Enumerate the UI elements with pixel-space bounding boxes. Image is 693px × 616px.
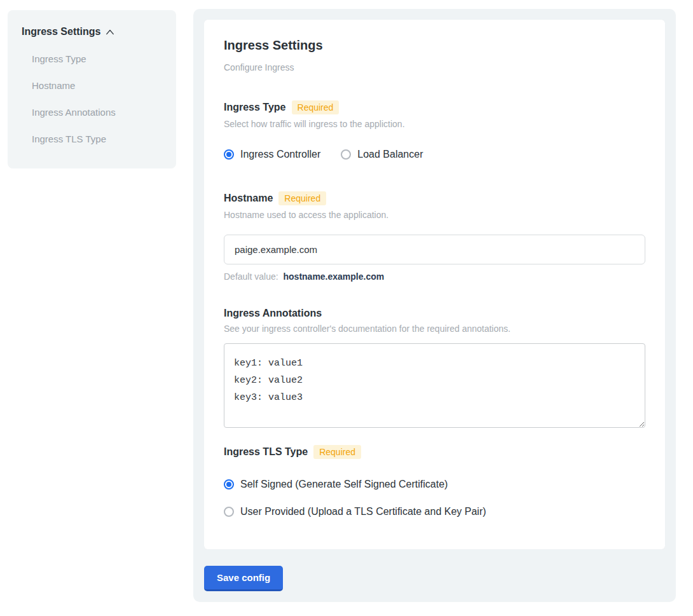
radio-label: Ingress Controller <box>240 149 320 160</box>
page-subtitle: Configure Ingress <box>224 62 645 72</box>
required-badge: Required <box>292 100 340 114</box>
hostname-input[interactable] <box>224 235 645 264</box>
required-badge: Required <box>278 191 326 205</box>
sidebar-item-ingress-annotations[interactable]: Ingress Annotations <box>32 107 162 118</box>
required-badge: Required <box>313 445 361 459</box>
ingress-annotations-textarea[interactable]: key1: value1 key2: value2 key3: value3 <box>224 343 645 428</box>
hostname-description: Hostname used to access the application. <box>224 210 645 220</box>
settings-card: Ingress Settings Configure Ingress Ingre… <box>204 20 665 549</box>
ingress-type-radio-group: Ingress Controller Load Balancer <box>224 149 645 160</box>
radio-option-load-balancer[interactable]: Load Balancer <box>341 149 423 160</box>
ingress-tls-type-label: Ingress TLS Type <box>224 446 308 458</box>
sidebar-group-header[interactable]: Ingress Settings <box>22 26 162 38</box>
save-config-button[interactable]: Save config <box>204 566 283 591</box>
sidebar-item-hostname[interactable]: Hostname <box>32 81 162 91</box>
hostname-label: Hostname <box>224 193 273 204</box>
sidebar: Ingress Settings Ingress Type Hostname I… <box>8 10 176 168</box>
radio-label: User Provided (Upload a TLS Certificate … <box>240 506 486 517</box>
ingress-type-label: Ingress Type <box>224 102 286 113</box>
page-title: Ingress Settings <box>224 38 645 53</box>
field-ingress-tls-type: Ingress TLS Type Required Self Signed (G… <box>224 445 645 517</box>
sidebar-nav: Ingress Type Hostname Ingress Annotation… <box>32 54 162 144</box>
radio-option-self-signed[interactable]: Self Signed (Generate Self Signed Certif… <box>224 479 645 490</box>
field-ingress-type: Ingress Type Required Select how traffic… <box>224 100 645 160</box>
sidebar-group-title: Ingress Settings <box>22 26 100 38</box>
chevron-up-icon <box>106 28 114 37</box>
default-value-prefix: Default value: <box>224 271 278 282</box>
field-hostname: Hostname Required Hostname used to acces… <box>224 191 645 282</box>
ingress-type-description: Select how traffic will ingress to the a… <box>224 119 645 129</box>
radio-icon <box>341 149 351 160</box>
default-value-text: hostname.example.com <box>284 271 385 282</box>
radio-option-user-provided[interactable]: User Provided (Upload a TLS Certificate … <box>224 506 645 517</box>
radio-option-ingress-controller[interactable]: Ingress Controller <box>224 149 320 160</box>
tls-type-radio-group: Self Signed (Generate Self Signed Certif… <box>224 479 645 517</box>
radio-icon <box>224 149 234 160</box>
hostname-default-line: Default value: hostname.example.com <box>224 271 645 282</box>
field-ingress-annotations: Ingress Annotations See your ingress con… <box>224 308 645 430</box>
sidebar-item-ingress-type[interactable]: Ingress Type <box>32 54 162 64</box>
radio-icon <box>224 507 234 517</box>
sidebar-item-ingress-tls-type[interactable]: Ingress TLS Type <box>32 134 162 144</box>
radio-label: Self Signed (Generate Self Signed Certif… <box>240 479 448 490</box>
main-panel: Ingress Settings Configure Ingress Ingre… <box>193 9 676 602</box>
radio-label: Load Balancer <box>357 149 423 160</box>
ingress-annotations-description: See your ingress controller's documentat… <box>224 324 645 334</box>
ingress-annotations-label: Ingress Annotations <box>224 308 322 319</box>
radio-icon <box>224 479 234 489</box>
